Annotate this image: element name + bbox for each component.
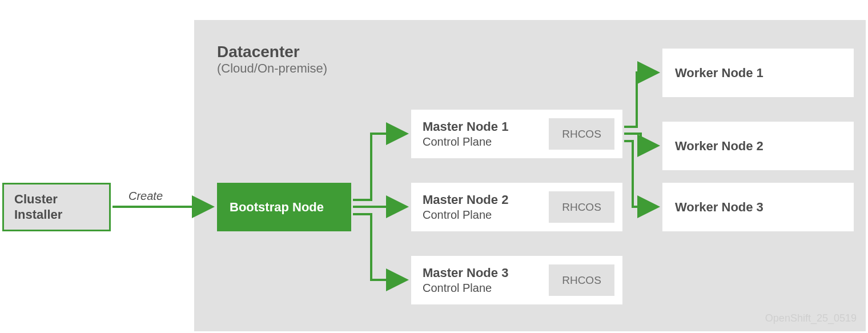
worker-node-2: Worker Node 2 (662, 122, 854, 170)
master-node-2-sub: Control Plane (423, 208, 508, 222)
worker-node-2-label: Worker Node 2 (675, 139, 763, 154)
master-node-3: Master Node 3 Control Plane RHCOS (411, 256, 622, 304)
master-node-3-tag: RHCOS (549, 264, 614, 296)
footer-id: OpenShift_25_0519 (765, 312, 857, 324)
master-node-2-title: Master Node 2 (423, 192, 508, 208)
master-node-1: Master Node 1 Control Plane RHCOS (411, 110, 622, 158)
worker-node-1-label: Worker Node 1 (675, 66, 763, 81)
create-label: Create (128, 190, 163, 203)
master-node-1-sub: Control Plane (423, 135, 508, 149)
worker-node-1: Worker Node 1 (662, 49, 854, 97)
worker-node-3: Worker Node 3 (662, 183, 854, 231)
cluster-installer-label: Cluster Installer (14, 192, 62, 222)
master-node-3-sub: Control Plane (423, 281, 508, 295)
cluster-installer-line2: Installer (14, 207, 62, 222)
datacenter-subtitle: (Cloud/On-premise) (217, 61, 327, 76)
worker-node-3-label: Worker Node 3 (675, 200, 763, 215)
master-node-2: Master Node 2 Control Plane RHCOS (411, 183, 622, 231)
master-node-3-title: Master Node 3 (423, 265, 508, 281)
bootstrap-node-label: Bootstrap Node (230, 200, 324, 215)
cluster-installer-box: Cluster Installer (2, 183, 111, 231)
master-node-1-title: Master Node 1 (423, 119, 508, 135)
master-node-1-tag: RHCOS (549, 118, 614, 150)
datacenter-title: Datacenter (217, 43, 300, 61)
cluster-installer-line1: Cluster (14, 192, 58, 206)
master-node-2-tag: RHCOS (549, 191, 614, 223)
bootstrap-node-box: Bootstrap Node (217, 183, 351, 231)
